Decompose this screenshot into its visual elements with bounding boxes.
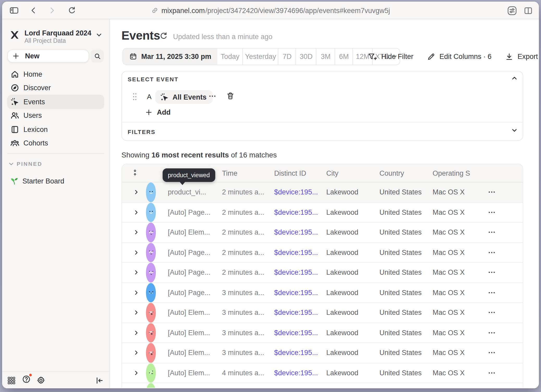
row-actions-button[interactable] [485, 223, 498, 242]
row-expand-chevron-icon[interactable] [132, 323, 140, 342]
cell-country: United States [379, 343, 432, 363]
address-bar[interactable]: mixpanel.com/project/3472420/view/397469… [2, 2, 539, 19]
table-row[interactable]: [Auto] Page... 2 minutes a... $device:19… [122, 243, 523, 263]
row-expand-chevron-icon[interactable] [132, 223, 140, 242]
sidebar-item-home[interactable]: Home [7, 67, 104, 81]
drag-handle[interactable] [132, 92, 137, 101]
download-icon [505, 52, 513, 61]
sidebar-item-starter-board[interactable]: Starter Board [7, 175, 104, 187]
table-row[interactable]: product_vi... 2 minutes a... $device:195… [122, 182, 523, 203]
browser-extensions-button[interactable] [507, 2, 517, 19]
collapse-sidebar-button[interactable] [95, 372, 104, 388]
collapse-rows-button[interactable] [131, 169, 139, 176]
apps-grid-button[interactable] [7, 372, 16, 388]
cell-city: Lakewood [326, 223, 377, 242]
cell-distinct-id[interactable]: $device:195... [274, 343, 324, 363]
cell-distinct-id[interactable]: $device:195... [274, 263, 324, 282]
table-row[interactable]: [Auto] Elem... 4 minutes a... $device:19… [122, 363, 523, 383]
row-expand-chevron-icon[interactable] [132, 303, 140, 322]
column-header-city[interactable]: City [326, 164, 339, 182]
cell-distinct-id[interactable]: $device:195... [274, 363, 324, 383]
cell-distinct-id[interactable]: $device:195... [274, 323, 324, 342]
url-path: /project/3472420/view/3974696/app/events… [205, 7, 390, 14]
cell-distinct-id[interactable]: $device:195... [274, 283, 324, 302]
cell-distinct-id[interactable]: $device:195... [274, 303, 324, 322]
row-expand-chevron-icon[interactable] [132, 363, 140, 383]
row-expand-chevron-icon[interactable] [132, 343, 140, 363]
row-actions-button[interactable] [485, 182, 498, 202]
preset-30d[interactable]: 30D [296, 48, 316, 65]
split-view-button[interactable] [524, 2, 533, 19]
cell-distinct-id[interactable]: $device:195... [274, 203, 324, 222]
add-event-button[interactable]: Add [145, 108, 171, 116]
table-row[interactable]: [Auto] Elem... 2 minutes a... $device:19… [122, 223, 523, 243]
grid-icon [7, 376, 16, 384]
preset-today[interactable]: Today [218, 48, 243, 65]
table-row[interactable]: [Auto] Page... 2 minutes a... $device:19… [122, 263, 523, 283]
pinned-section-header[interactable]: PINNED [8, 161, 42, 167]
row-actions-button[interactable] [485, 323, 498, 342]
table-row[interactable]: [Auto] Elem... 3 minutes a... $device:19… [122, 303, 523, 323]
preset-yesterday[interactable]: Yesterday [243, 48, 278, 65]
edit-columns-button[interactable]: Edit Columns · 6 [427, 52, 491, 61]
sidebar-item-users[interactable]: Users [7, 109, 104, 123]
all-events-chip[interactable]: All Events [155, 90, 213, 104]
row-expand-chevron-icon[interactable] [132, 263, 140, 282]
preset-6m[interactable]: 6M [335, 48, 353, 65]
new-button[interactable]: New [7, 50, 89, 63]
sidebar-item-label: Home [23, 70, 42, 78]
sidebar-item-events[interactable]: Events [7, 95, 104, 109]
table-row[interactable]: [Auto] Elem... 3 minutes a... $device:19… [122, 323, 523, 343]
preset-7d[interactable]: 7D [278, 48, 296, 65]
row-expand-chevron-icon[interactable] [132, 203, 140, 222]
row-actions-button[interactable] [485, 263, 498, 282]
column-header-distinct-id[interactable]: Distinct ID [274, 164, 306, 182]
column-header-operating-s[interactable]: Operating S [433, 164, 470, 182]
row-actions-button[interactable] [485, 203, 498, 222]
date-range-button[interactable]: Mar 11, 2025 3:30 pm [123, 48, 218, 65]
row-actions-button[interactable] [485, 283, 498, 302]
table-row[interactable]: [Auto] Page... 3 minutes a... $device:19… [122, 283, 523, 303]
sidebar-item-discover[interactable]: Discover [7, 81, 104, 95]
preset-3m[interactable]: 3M [316, 48, 335, 65]
pencil-icon [427, 52, 435, 61]
row-actions-button[interactable] [485, 243, 498, 262]
cell-operating-system: Mac OS X [433, 323, 485, 342]
help-button[interactable] [22, 372, 31, 388]
refresh-button[interactable] [159, 32, 168, 40]
cell-distinct-id[interactable]: $device:195... [274, 182, 324, 202]
event-options-button[interactable] [208, 92, 216, 100]
cell-country: United States [379, 283, 432, 302]
hide-filter-button[interactable]: Hide Filter [368, 52, 413, 61]
cell-distinct-id[interactable] [274, 383, 324, 388]
column-header-country[interactable]: Country [379, 164, 404, 182]
search-button[interactable] [91, 50, 104, 63]
row-actions-button[interactable] [485, 343, 498, 363]
row-expand-chevron-icon[interactable] [132, 243, 140, 262]
expand-filters-button[interactable] [511, 127, 518, 133]
cell-event-name: [Auto] Elem... [168, 303, 220, 322]
cell-distinct-id[interactable]: $device:195... [274, 243, 324, 262]
row-actions-button[interactable] [485, 303, 498, 322]
row-expand-chevron-icon[interactable] [132, 182, 140, 202]
event-avatar [146, 263, 156, 282]
cell-time: 2 minutes a... [222, 243, 272, 262]
row-expand-chevron-icon[interactable] [132, 283, 140, 302]
query-builder-card: SELECT EVENT A All Events [121, 71, 523, 141]
project-switcher[interactable]: Lord Farquaad 2024 All Project Data [2, 24, 109, 46]
cell-event-name: [Auto] Page... [168, 243, 220, 262]
collapse-section-button[interactable] [511, 75, 518, 81]
cell-time: 2 minutes a... [222, 223, 272, 242]
table-row[interactable] [122, 383, 523, 388]
sidebar-nav: Home Discover Events Users Lexicon Cohor… [7, 67, 104, 150]
delete-event-button[interactable] [226, 92, 235, 100]
cell-distinct-id[interactable]: $device:195... [274, 223, 324, 242]
table-row[interactable]: [Auto] Page... 2 minutes a... $device:19… [122, 203, 523, 223]
column-header-time[interactable]: Time [222, 164, 237, 182]
sidebar-item-cohorts[interactable]: Cohorts [7, 136, 104, 150]
settings-button[interactable] [36, 372, 45, 388]
sidebar-item-lexicon[interactable]: Lexicon [7, 123, 104, 136]
row-actions-button[interactable] [485, 363, 498, 383]
export-button[interactable]: Export [505, 52, 538, 61]
table-row[interactable]: [Auto] Elem... 3 minutes a... $device:19… [122, 343, 523, 363]
